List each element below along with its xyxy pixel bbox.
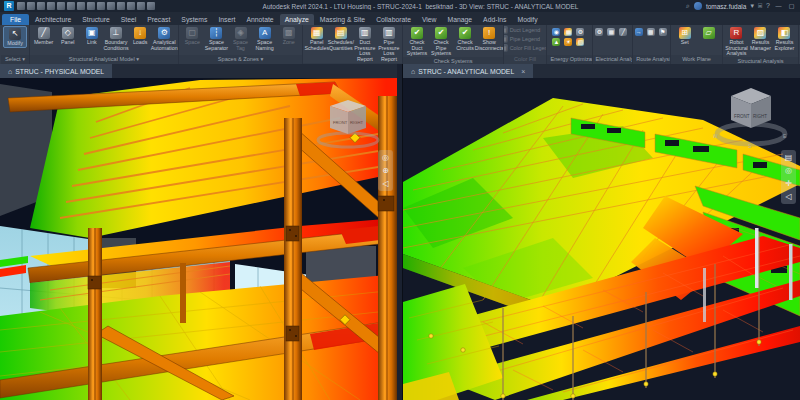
button-modify[interactable]: ↖Modify	[3, 26, 27, 48]
user-avatar[interactable]	[694, 2, 702, 10]
pan-icon[interactable]: ✛	[783, 178, 794, 189]
tab-file[interactable]: File	[2, 14, 29, 25]
save-icon[interactable]	[37, 2, 45, 10]
sync-icon[interactable]	[47, 2, 55, 10]
minimize-button[interactable]: —	[774, 2, 783, 10]
home-icon[interactable]	[17, 2, 25, 10]
button-space-separator[interactable]: ┆Space Separator	[205, 26, 228, 51]
button-duct-pressure-loss-report[interactable]: ▥Duct Pressure Loss Report	[353, 26, 376, 63]
tag-icon[interactable]	[107, 2, 115, 10]
panel-label-select[interactable]: Select ▾	[1, 55, 29, 64]
button-panel[interactable]: ◇Panel	[56, 26, 79, 46]
panel-label-energy-optimization[interactable]: Energy Optimization	[547, 55, 591, 64]
button-schedules-quantities[interactable]: ▤Schedules/ Quantities	[329, 26, 352, 51]
left-navigation-bar[interactable]: ◎⊕◁	[378, 150, 393, 191]
button-duct-legend[interactable]: ▤Duct Legend	[504, 26, 548, 34]
button-zone[interactable]: ▩Zone	[277, 26, 300, 46]
button-results-manager[interactable]: ▨Results Manager	[749, 26, 772, 51]
revit-logo[interactable]: R	[4, 1, 14, 11]
user-menu-chevron-icon[interactable]: ▾	[750, 2, 754, 10]
tab-view[interactable]: View	[417, 14, 442, 25]
tab-collaborate[interactable]: Collaborate	[371, 14, 416, 25]
button-member[interactable]: ╱Member	[32, 26, 55, 46]
print-icon[interactable]	[77, 2, 85, 10]
button-loads[interactable]: ↓Loads	[129, 26, 152, 46]
show-workplane-icon[interactable]: ▱	[697, 26, 720, 40]
steering-wheel-icon[interactable]: ◎	[783, 165, 794, 176]
panel-label-route-analysis[interactable]: Route Analysis ▾	[633, 55, 670, 64]
tab-annotate[interactable]: Annotate	[241, 14, 278, 25]
text-icon[interactable]	[117, 2, 125, 10]
previous-icon[interactable]: ◁	[783, 191, 794, 202]
analytical-model-canvas[interactable]: W S E FRONT RIGHT ▤◎✛◁	[403, 78, 800, 400]
zoom-icon[interactable]: ⊕	[380, 165, 391, 176]
button-results-explorer[interactable]: ◧Results Explorer	[773, 26, 796, 51]
tab-systems[interactable]: Systems	[176, 14, 212, 25]
panel-label-color-fill[interactable]: Color Fill	[504, 55, 547, 64]
demand-factors-icon[interactable]: ▦	[607, 28, 615, 36]
dimension-icon[interactable]	[97, 2, 105, 10]
thin-lines-icon[interactable]	[147, 2, 155, 10]
close-view-icon[interactable]: ×	[521, 68, 525, 75]
reveal-obstacles-icon[interactable]: ▩	[647, 28, 655, 36]
energy-settings-icon[interactable]: ⚙	[576, 28, 584, 36]
open-icon[interactable]	[27, 2, 35, 10]
panel-label-structural-analysis[interactable]: Structural Analysis	[723, 57, 798, 64]
button-panel-schedules[interactable]: ▦Panel Schedules	[305, 26, 328, 51]
route-settings-icon[interactable]: ⚑	[659, 28, 667, 36]
button-space-naming[interactable]: ASpace Naming	[253, 26, 276, 51]
tab-precast[interactable]: Precast	[142, 14, 175, 25]
panel-label-check-systems[interactable]: Check Systems	[403, 57, 502, 64]
tab-massing-site[interactable]: Massing & Site	[315, 14, 370, 25]
button-check-circuits[interactable]: ✔Check Circuits	[454, 26, 477, 51]
3d-view-icon[interactable]	[127, 2, 135, 10]
username[interactable]: tomasz.fudala	[706, 3, 746, 10]
tab-struc-physical-model[interactable]: ⌂ STRUC - PHYSICAL MODEL	[0, 64, 112, 78]
panel-label-electrical-analysis[interactable]: Electrical Analysis	[593, 55, 633, 64]
path-of-travel-icon[interactable]: →	[635, 28, 643, 36]
physical-model-canvas[interactable]: FRONT RIGHT ◎⊕◁	[0, 78, 397, 400]
button-space-tag[interactable]: ◈Space Tag	[229, 26, 252, 51]
tab-insert[interactable]: Insert	[213, 14, 240, 25]
undo-icon[interactable]	[57, 2, 65, 10]
electrical-settings-icon[interactable]: ⚙	[595, 28, 603, 36]
button-show-disconnects[interactable]: !Show Disconnects	[478, 26, 501, 51]
energy-results-icon[interactable]: ▧	[576, 38, 584, 46]
steering-wheel-icon[interactable]: ◎	[380, 152, 391, 163]
tab-architecture[interactable]: Architecture	[30, 14, 76, 25]
button-pipe-legend[interactable]: ▤Pipe Legend	[504, 35, 548, 43]
button-set[interactable]: ⊞Set	[673, 26, 696, 46]
button-analytical-automation[interactable]: ⚙Analytical Automation	[153, 26, 176, 51]
single-line-icon[interactable]: ╱	[619, 28, 627, 36]
expand-icon[interactable]: ▤	[783, 152, 794, 163]
panel-label-structural-analytical-model[interactable]: Structural Analytical Model ▾	[30, 55, 178, 64]
section-icon[interactable]	[137, 2, 145, 10]
previous-icon[interactable]: ◁	[380, 178, 391, 189]
app-store-icon[interactable]: ⌸	[758, 2, 762, 10]
button-boundary-conditions[interactable]: ⊥Boundary Conditions	[104, 26, 127, 51]
tab-structure[interactable]: Structure	[77, 14, 115, 25]
panel-label-work-plane[interactable]: Work Plane	[671, 55, 722, 64]
tab-add-ins[interactable]: Add-Ins	[478, 14, 511, 25]
panel-label-spaces-zones[interactable]: Spaces & Zones ▾	[179, 55, 302, 64]
right-navigation-bar[interactable]: ▤◎✛◁	[781, 150, 796, 204]
button-link[interactable]: ▣Link	[80, 26, 103, 46]
tab-struc-analytical-model[interactable]: ⌂ STRUC - ANALYTICAL MODEL ×	[403, 64, 533, 78]
generate-icon[interactable]: ▲	[552, 38, 560, 46]
button-space[interactable]: ▢Space	[181, 26, 204, 46]
energy-model-icon[interactable]: ▦	[564, 28, 572, 36]
button-robot-structural-analysis[interactable]: RRobot Structural Analysis	[725, 26, 748, 57]
location-icon[interactable]: ◉	[552, 28, 560, 36]
button-check-pipe-systems[interactable]: ✔Check Pipe Systems	[430, 26, 453, 57]
button-check-duct-systems[interactable]: ✔Check Duct Systems	[405, 26, 428, 57]
tab-steel[interactable]: Steel	[116, 14, 142, 25]
tab-modify[interactable]: Modify	[513, 14, 543, 25]
redo-icon[interactable]	[67, 2, 75, 10]
restore-button[interactable]: ▢	[787, 2, 796, 10]
help-icon[interactable]: ?	[766, 2, 770, 10]
button-pipe-pressure-loss-report[interactable]: ▥Pipe Pressure Loss Report	[377, 26, 400, 63]
tab-manage[interactable]: Manage	[443, 14, 478, 25]
optimize-icon[interactable]: ☀	[564, 38, 572, 46]
search-icon[interactable]: ⌕	[686, 2, 690, 10]
measure-icon[interactable]	[87, 2, 95, 10]
